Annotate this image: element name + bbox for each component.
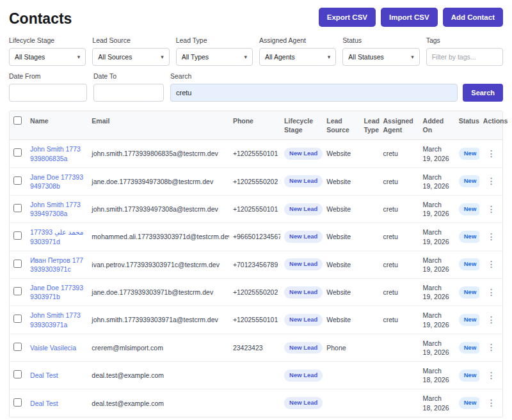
contact-name-link[interactable]: John Smith 1773939806835a — [30, 144, 84, 162]
contact-name-link[interactable]: Vaisle Vasilecia — [30, 343, 84, 352]
header-email: Email — [88, 111, 229, 140]
table-header-row: Name Email Phone Lifecycle Stage Lead So… — [10, 111, 502, 140]
assigned-agent-select[interactable]: All Agents ▾ — [259, 48, 336, 66]
row-actions-button[interactable]: ⋮ — [483, 174, 500, 189]
row-checkbox[interactable] — [13, 370, 22, 378]
search-input[interactable] — [170, 84, 458, 102]
lifecycle-badge: New Lead — [284, 369, 323, 382]
contact-name-link[interactable]: Deal Test — [30, 399, 84, 408]
row-checkbox[interactable] — [13, 176, 22, 185]
lead-source-cell: Phone — [323, 334, 360, 361]
row-actions-button[interactable]: ⋮ — [483, 285, 500, 300]
row-checkbox[interactable] — [13, 260, 22, 268]
filter-lead-source: Lead Source All Sources ▾ — [92, 36, 169, 66]
phone-cell: +12025550101 — [229, 196, 280, 223]
email-cell: jane.doe.1773939497308b@testcrm.dev — [88, 167, 229, 195]
lead-type-cell — [360, 279, 379, 306]
filter-lead-type: Lead Type All Types ▾ — [176, 36, 253, 66]
row-actions-button[interactable]: ⋮ — [483, 257, 500, 272]
header-lead-source: Lead Source — [323, 111, 360, 140]
import-csv-button[interactable]: Import CSV — [381, 8, 438, 27]
chevron-down-icon: ▾ — [244, 54, 247, 60]
row-checkbox[interactable] — [13, 398, 22, 407]
lead-source-cell: Website — [323, 279, 360, 306]
row-actions-button[interactable]: ⋮ — [483, 368, 500, 383]
contact-name-link[interactable]: Jane Doe 1773939497308b — [30, 173, 84, 191]
agent-cell: cretu — [379, 251, 419, 278]
assigned-agent-value: All Agents — [265, 53, 295, 61]
filter-search: Search Search — [170, 72, 503, 102]
row-actions-button[interactable]: ⋮ — [483, 202, 500, 217]
status-select[interactable]: All Statuses ▾ — [342, 48, 419, 66]
select-all-checkbox[interactable] — [13, 116, 22, 125]
phone-cell: +70123456789 — [229, 251, 280, 278]
row-checkbox[interactable] — [13, 204, 22, 212]
header-lead-type: Lead Type — [360, 111, 379, 140]
lead-source-cell: Website — [323, 167, 360, 195]
row-actions-button[interactable]: ⋮ — [483, 229, 500, 244]
contacts-tbody: John Smith 1773939806835a john.smith.177… — [10, 140, 502, 417]
table-row: محمد علي 1773939303971d mohammed.ali.177… — [10, 223, 502, 251]
lead-source-cell: Website — [323, 306, 360, 334]
table-row: Deal Test deal.test@example.com New Lead… — [10, 389, 502, 417]
table-row: Deal Test deal.test@example.com New Lead… — [10, 362, 502, 389]
agent-cell: cretu — [379, 279, 419, 306]
filter-assigned-agent: Assigned Agent All Agents ▾ — [259, 36, 336, 66]
phone-cell: +12025550202 — [229, 167, 280, 195]
contact-name-link[interactable]: محمد علي 1773939303971d — [30, 228, 84, 245]
contact-name-link[interactable]: John Smith 1773939303971a — [30, 311, 84, 329]
status-badge: New — [459, 397, 479, 409]
row-checkbox[interactable] — [13, 343, 22, 351]
lifecycle-stage-select[interactable]: All Stages ▾ — [9, 48, 86, 66]
tags-label: Tags — [426, 36, 503, 44]
added-on-cell: March 19, 2026 — [419, 279, 455, 306]
row-actions-button[interactable]: ⋮ — [483, 313, 500, 327]
row-checkbox[interactable] — [13, 148, 22, 157]
row-checkbox[interactable] — [13, 231, 22, 240]
date-to-input[interactable] — [93, 84, 164, 102]
lead-source-cell — [323, 389, 360, 417]
lifecycle-badge: New Lead — [284, 342, 323, 354]
header-buttons: Export CSV Import CSV Add Contact — [319, 8, 503, 27]
contact-name-link[interactable]: Jane Doe 1773939303971b — [30, 283, 84, 301]
lifecycle-badge: New Lead — [284, 231, 323, 243]
row-checkbox[interactable] — [13, 287, 22, 295]
email-cell: mohammed.ali.1773939303971d@testcrm.dev — [88, 223, 229, 251]
tags-input[interactable] — [426, 48, 503, 66]
added-on-cell: March 19, 2026 — [419, 306, 455, 334]
search-button[interactable]: Search — [463, 84, 503, 102]
added-on-cell: March 19, 2026 — [419, 140, 455, 167]
lead-type-cell — [360, 167, 379, 195]
header-name: Name — [26, 111, 88, 140]
lifecycle-badge: New Lead — [284, 258, 323, 270]
assigned-agent-label: Assigned Agent — [259, 36, 336, 44]
agent-cell — [379, 334, 419, 361]
header-assigned-agent: Assigned Agent — [379, 111, 419, 140]
lead-type-cell — [360, 306, 379, 334]
status-badge: New — [459, 286, 479, 299]
row-actions-button[interactable]: ⋮ — [483, 340, 500, 355]
table-row: Jane Doe 1773939303971b jane.doe.1773939… — [10, 279, 502, 306]
agent-cell — [379, 362, 419, 389]
lead-source-select[interactable]: All Sources ▾ — [92, 48, 169, 66]
export-csv-button[interactable]: Export CSV — [319, 8, 376, 27]
lead-source-cell: Website — [323, 196, 360, 223]
status-badge: New — [459, 203, 479, 215]
date-from-label: Date From — [9, 72, 87, 80]
phone-cell: +12025550101 — [229, 140, 280, 167]
lead-type-label: Lead Type — [176, 36, 253, 44]
add-contact-button[interactable]: Add Contact — [443, 8, 503, 27]
contact-name-link[interactable]: John Smith 1773939497308a — [30, 200, 84, 218]
status-label: Status — [342, 36, 419, 44]
lead-type-select[interactable]: All Types ▾ — [176, 48, 253, 66]
contact-name-link[interactable]: Deal Test — [30, 371, 84, 380]
lead-source-value: All Sources — [98, 53, 132, 61]
row-actions-button[interactable]: ⋮ — [483, 146, 500, 161]
row-checkbox[interactable] — [13, 315, 22, 323]
row-actions-button[interactable]: ⋮ — [483, 396, 500, 410]
agent-cell: cretu — [379, 140, 419, 167]
chevron-down-icon: ▾ — [77, 54, 81, 60]
date-from-input[interactable] — [9, 84, 87, 102]
contact-name-link[interactable]: Иван Петров 1773939303971c — [30, 256, 84, 274]
added-on-cell: March 18, 2026 — [419, 362, 455, 389]
